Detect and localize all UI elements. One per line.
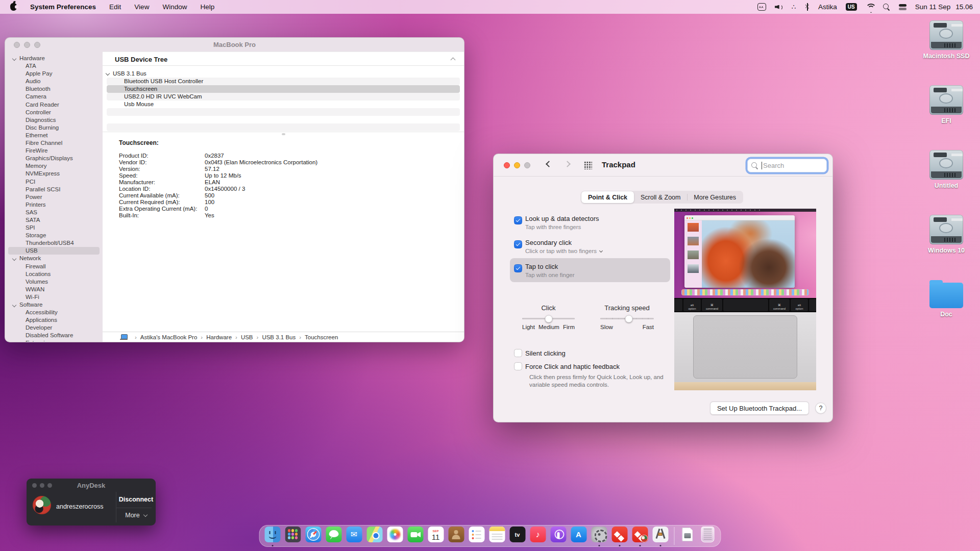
dock-item-system-preferences[interactable] bbox=[589, 525, 609, 547]
bluetooth-icon[interactable] bbox=[805, 3, 810, 11]
sidebar-item[interactable]: Disabled Software bbox=[5, 332, 103, 339]
dock-item-separator[interactable] bbox=[671, 525, 677, 547]
tree-row[interactable]: Usb Mouse bbox=[107, 101, 460, 108]
sidebar-item[interactable]: Hardware bbox=[5, 55, 103, 62]
dock-item-anydesk-session[interactable] bbox=[630, 525, 650, 547]
dock-item-contacts[interactable] bbox=[446, 525, 467, 547]
desktop-icon[interactable]: Doc bbox=[922, 280, 971, 318]
active-app-menu[interactable]: System Preferences bbox=[30, 3, 96, 11]
dock-item-facetime[interactable] bbox=[405, 525, 426, 547]
sidebar-item[interactable]: Disc Burning bbox=[5, 124, 103, 132]
therefore-dots-icon[interactable]: ∴ bbox=[792, 3, 796, 11]
sidebar-item[interactable]: Controller bbox=[5, 109, 103, 116]
sidebar-item[interactable]: PCI bbox=[5, 178, 103, 186]
sidebar-item[interactable]: Card Reader bbox=[5, 101, 103, 109]
sidebar-item[interactable]: Diagnostics bbox=[5, 116, 103, 124]
dock-item-maps[interactable] bbox=[364, 525, 385, 547]
wifi-icon[interactable] bbox=[866, 4, 874, 10]
checkbox[interactable] bbox=[514, 362, 522, 370]
tab[interactable]: Scroll & Zoom bbox=[634, 191, 687, 203]
breadcrumb-label[interactable]: Astika's MacBook Pro bbox=[140, 334, 198, 340]
volume-icon[interactable] bbox=[775, 4, 783, 11]
dock-item-messages[interactable] bbox=[324, 525, 344, 547]
keyboard-layout-badge[interactable]: US bbox=[846, 3, 857, 11]
disconnect-button[interactable]: Disconnect bbox=[116, 492, 156, 507]
desktop-icon[interactable]: EFI bbox=[922, 85, 971, 124]
search-field[interactable] bbox=[747, 159, 827, 172]
breadcrumb-label[interactable]: USB bbox=[241, 334, 253, 340]
sidebar-item[interactable]: USB bbox=[8, 247, 100, 255]
breadcrumb-label[interactable]: USB 3.1 Bus bbox=[262, 334, 296, 340]
sidebar-item[interactable]: ATA bbox=[5, 62, 103, 70]
chevron-down-icon[interactable] bbox=[599, 249, 603, 253]
apple-menu-icon[interactable] bbox=[10, 3, 17, 11]
dock-item-music[interactable]: ♪ bbox=[528, 525, 548, 547]
sidebar-item[interactable]: Accessibility bbox=[5, 309, 103, 316]
sidebar-item[interactable]: Extensions bbox=[5, 339, 103, 342]
menu-clock[interactable]: Sun 11 Sep 15.06 bbox=[915, 3, 973, 11]
sidebar-item[interactable]: Network bbox=[5, 255, 103, 262]
sidebar-item[interactable]: Graphics/Displays bbox=[5, 155, 103, 162]
minimize-button[interactable] bbox=[514, 162, 520, 168]
pane-splitter[interactable] bbox=[103, 132, 464, 135]
menu-item[interactable]: Help bbox=[200, 3, 214, 11]
sidebar-item[interactable]: WWAN bbox=[5, 286, 103, 293]
sidebar-item[interactable]: Developer bbox=[5, 324, 103, 332]
tree-row[interactable]: USB2.0 HD IR UVC WebCam bbox=[107, 93, 460, 101]
sidebar-item[interactable]: Printers bbox=[5, 201, 103, 209]
tree-row[interactable]: Touchscreen bbox=[107, 85, 460, 93]
extra-option-row[interactable]: Force Click and haptic feedback bbox=[510, 360, 670, 372]
sidebar-item[interactable]: Parallel SCSI bbox=[5, 186, 103, 193]
dock-item-mail[interactable]: ✉ bbox=[344, 525, 364, 547]
dock-item-calendar[interactable]: SEP 11 bbox=[426, 525, 446, 547]
sidebar-item[interactable]: Camera bbox=[5, 93, 103, 101]
more-button[interactable]: More bbox=[116, 508, 156, 522]
sidebar-item[interactable]: Ethernet bbox=[5, 132, 103, 139]
dock-item-system-information[interactable] bbox=[650, 525, 671, 547]
sidebar-item[interactable]: Power bbox=[5, 193, 103, 201]
sidebar-item[interactable]: Fibre Channel bbox=[5, 139, 103, 147]
dock-item-launchpad[interactable] bbox=[283, 525, 303, 547]
sidebar-item[interactable]: SATA bbox=[5, 216, 103, 224]
checkbox[interactable] bbox=[514, 264, 522, 272]
menu-item[interactable]: Edit bbox=[109, 3, 121, 11]
checkbox[interactable] bbox=[514, 216, 522, 224]
tracking-slider-knob[interactable] bbox=[625, 315, 632, 322]
dock-item-podcasts[interactable] bbox=[548, 525, 569, 547]
trackpad-option[interactable]: Look up & data detectors Tap with three … bbox=[510, 210, 670, 234]
tab[interactable]: Point & Click bbox=[581, 191, 634, 203]
checkbox[interactable] bbox=[514, 240, 522, 248]
dock-item-trash[interactable] bbox=[698, 525, 718, 547]
breadcrumb-label[interactable]: Hardware bbox=[206, 334, 232, 340]
click-slider-knob[interactable] bbox=[545, 315, 552, 322]
menu-username[interactable]: Astika bbox=[818, 3, 837, 11]
sidebar-item[interactable]: SPI bbox=[5, 224, 103, 232]
search-input[interactable] bbox=[762, 162, 818, 169]
breadcrumb-label[interactable]: Touchscreen bbox=[305, 334, 338, 340]
sidebar-item[interactable]: FireWire bbox=[5, 147, 103, 155]
tracking-slider-track[interactable] bbox=[600, 318, 654, 319]
tree-row[interactable] bbox=[107, 116, 460, 123]
sidebar-item[interactable]: Software bbox=[5, 301, 103, 309]
menu-item[interactable]: View bbox=[134, 3, 149, 11]
show-all-grid-icon[interactable] bbox=[583, 161, 592, 169]
tree-row[interactable]: Bluetooth USB Host Controller bbox=[107, 78, 460, 85]
sidebar-item[interactable]: Bluetooth bbox=[5, 85, 103, 93]
sidebar-item[interactable]: Storage bbox=[5, 232, 103, 239]
dock-item-safari[interactable] bbox=[303, 525, 324, 547]
setup-bluetooth-trackpad-button[interactable]: Set Up Bluetooth Trackpad... bbox=[710, 402, 809, 415]
dock-item-document[interactable] bbox=[677, 525, 698, 547]
sidebar-item[interactable]: SAS bbox=[5, 209, 103, 216]
tp-titlebar[interactable]: Trackpad bbox=[494, 154, 832, 177]
zoom-button[interactable] bbox=[524, 162, 530, 168]
sidebar-item[interactable]: Locations bbox=[5, 270, 103, 278]
click-slider-track[interactable] bbox=[522, 318, 575, 319]
tree-row[interactable] bbox=[107, 108, 460, 116]
forward-button[interactable] bbox=[564, 161, 571, 167]
anydesk-tray-icon[interactable] bbox=[757, 3, 766, 11]
dock-item-notes[interactable] bbox=[487, 525, 507, 547]
menu-item[interactable]: Window bbox=[162, 3, 187, 11]
tab[interactable]: More Gestures bbox=[687, 191, 743, 203]
spotlight-icon[interactable] bbox=[883, 4, 890, 11]
dock-item-anydesk[interactable] bbox=[609, 525, 630, 547]
